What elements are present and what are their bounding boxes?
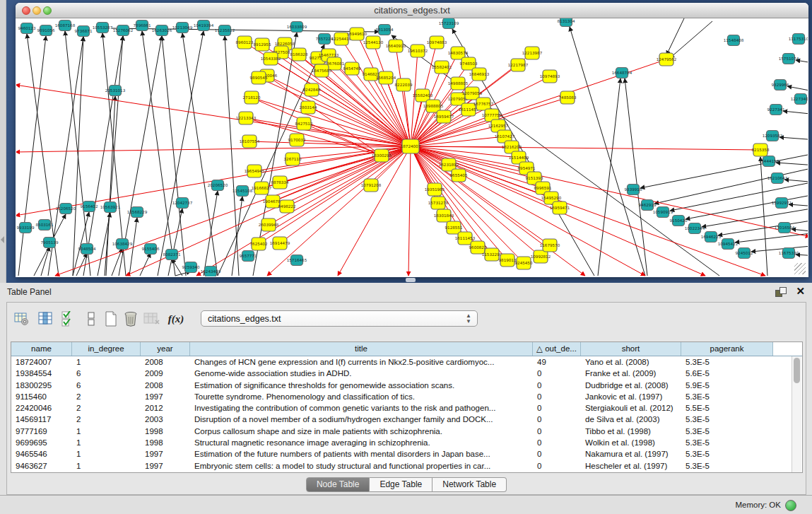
network-node-selected[interactable]: 8215358 [752,144,770,156]
network-node[interactable]: 9155406 [142,244,160,255]
row-height-icon[interactable] [82,309,100,329]
network-node[interactable]: 8503161 [36,220,54,230]
table-cell[interactable]: 1 [72,437,141,448]
network-node[interactable]: 12042737 [172,198,193,209]
table-cell[interactable]: 0 [533,414,581,425]
network-node-selected[interactable]: 10791208 [361,179,382,192]
table-row[interactable]: 969969511998Structural magnetic resonanc… [11,437,802,448]
network-node-selected[interactable]: 16949610 [347,28,367,40]
table-cell[interactable]: Stergiakouli et al. (2012) [581,402,681,414]
table-cell[interactable]: 5.3E-5 [681,391,773,402]
table-cell[interactable]: 18724007 [11,356,72,368]
network-node-selected[interactable]: 16959471 [550,201,570,214]
table-cell[interactable]: 5.3E-5 [681,460,773,472]
table-cell[interactable]: Tourette syndrome. Phenomenology and cla… [190,391,533,402]
network-node-selected[interactable]: 19351985 [425,183,445,196]
table-cell[interactable]: 6 [72,380,141,391]
table-cell[interactable]: Estimation of the future numbers of pati… [190,448,533,460]
network-node-selected[interactable]: 8878334 [271,176,289,189]
table-row[interactable]: 1872400712008Changes of HCN gene express… [11,356,802,368]
network-node-selected[interactable]: 16959477 [434,110,454,123]
network-node[interactable]: 9245012 [736,248,753,259]
table-cell[interactable]: 0 [533,448,581,460]
network-node-selected[interactable]: 15731278 [428,197,449,209]
collapse-panel-icon[interactable] [1,236,4,243]
network-canvas[interactable]: 9460123989105616087168973687110553287152… [16,18,808,276]
column-header-name[interactable]: name [11,342,72,356]
network-node-selected[interactable]: 19166827 [252,182,272,194]
table-cell[interactable]: 2003 [141,414,190,425]
table-cell[interactable]: 2009 [141,368,190,379]
table-cell[interactable]: Wolkin et al. (1998) [581,437,681,448]
table-cell[interactable]: 5.5E-5 [681,402,773,414]
network-node-selected[interactable]: 18107554 [240,135,260,148]
network-node-selected[interactable]: 12479562 [657,53,676,66]
table-row[interactable]: 1456911722003Disruption of a novel membe… [11,414,802,425]
table-row[interactable]: 1938455462009Genome-wide association stu… [11,368,802,379]
network-node-selected[interactable]: 8498222 [278,200,296,213]
network-node[interactable]: 12093582 [763,131,782,141]
delete-table-icon[interactable] [143,309,161,329]
table-cell[interactable]: Franke et al. (2009) [581,368,681,379]
table-cell[interactable]: Disruption of a novel member of a sodium… [190,414,533,425]
network-node-selected[interactable]: 8186328 [290,48,308,61]
network-node[interactable]: 10945422 [718,239,738,250]
table-cell[interactable]: de Silva et al. (2003) [581,414,681,425]
table-row[interactable]: 911546021997Tourette syndrome. Phenomeno… [11,391,802,402]
network-graph[interactable]: 9460123989105616087168973687110553287152… [16,18,808,276]
table-cell[interactable]: 9115460 [11,391,72,402]
network-view-window[interactable]: citations_edges.txt 94601239891056160871… [16,3,808,277]
network-node[interactable]: 9329966 [772,80,789,90]
table-cell[interactable]: 5.3E-5 [681,356,773,368]
table-cell[interactable]: 2 [72,402,141,414]
table-cell[interactable]: 0 [533,437,581,448]
network-node[interactable]: 9259340 [182,262,200,273]
network-node[interactable]: 8131304 [558,18,575,27]
network-node[interactable]: 9048504 [78,244,96,255]
network-node-selected[interactable]: 15582401 [432,61,452,74]
network-node-selected[interactable]: 12213343 [236,112,257,124]
column-header-pagerank[interactable]: pagerank [681,342,773,356]
table-cell[interactable]: 5.3E-5 [681,448,773,460]
column-header-title[interactable]: title [190,342,533,356]
table-cell[interactable]: 1997 [141,460,190,472]
table-cell[interactable]: 2008 [141,356,190,368]
table-cell[interactable]: 22420046 [11,402,72,414]
network-node[interactable]: 8813054 [376,25,394,35]
network-node[interactable]: 11235812 [215,25,235,36]
table-cell[interactable]: Changes of HCN gene expression and I(f) … [190,356,533,368]
network-node[interactable]: 7905139 [41,238,59,248]
network-node[interactable]: 9891056 [37,25,55,36]
network-node-selected[interactable]: 8960123 [236,36,254,49]
table-cell[interactable]: 0 [533,402,581,414]
column-header-in_degree[interactable]: in_degree [72,342,141,356]
network-node[interactable]: 10022344 [685,223,705,234]
table-cell[interactable]: 49 [533,356,581,368]
table-cell[interactable]: 2012 [141,402,190,414]
network-node-selected[interactable]: 18301843 [434,209,454,222]
table-cell[interactable]: 9777169 [11,426,72,437]
table-cell[interactable]: Tibbo et al. (1998) [581,426,681,437]
network-node-selected[interactable]: 19654945 [245,165,265,177]
network-node[interactable]: 11545108 [233,186,253,197]
network-node[interactable]: 11568229 [127,207,148,218]
table-cell[interactable]: 1 [72,448,141,460]
table-cell[interactable]: Yano et al. (2008) [581,356,681,368]
table-selector[interactable]: citations_edges.txt ▲▼ [201,310,478,327]
network-node[interactable]: 12444158 [759,156,779,167]
table-row[interactable]: 1830029562008Estimation of significance … [11,380,802,391]
table-cell[interactable]: 0 [533,426,581,437]
table-row[interactable]: 977716911998Corpus callosum shape and si… [11,426,802,437]
network-node-selected[interactable]: 8427512 [295,117,313,130]
network-node[interactable]: 9933199 [17,223,35,233]
table-row[interactable]: 2242004622012Investigating the contribut… [11,402,802,414]
network-node[interactable]: 9150420 [670,216,688,226]
memory-status-icon[interactable] [785,500,796,511]
network-node[interactable]: 11548408 [724,35,744,46]
network-node[interactable]: 9227341 [767,105,785,115]
column-header-short[interactable]: short [581,342,681,356]
network-node[interactable]: 8082371 [163,250,181,260]
table-row[interactable]: 946554611997Estimation of the future num… [11,448,802,460]
network-node-selected[interactable]: 9655405 [450,169,468,182]
network-node-selected[interactable]: 9170032 [288,134,306,146]
